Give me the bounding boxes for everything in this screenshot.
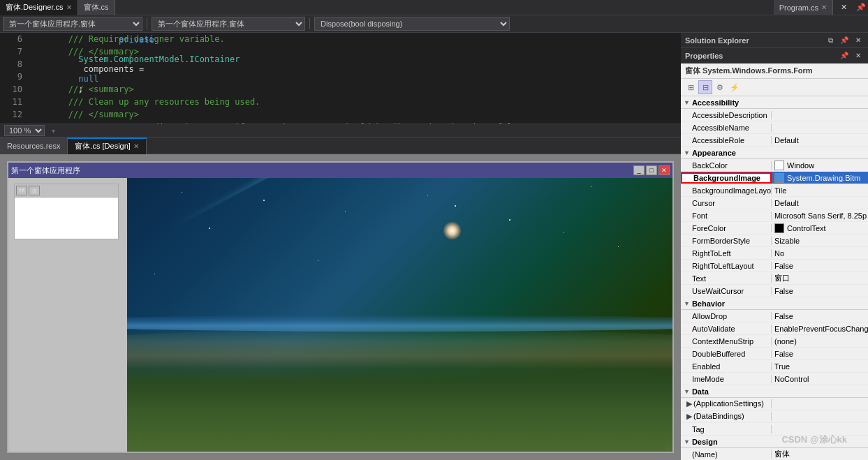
- section-appearance-header[interactable]: ▼ Appearance: [681, 147, 868, 159]
- prop-imemode[interactable]: ImeMode NoControl: [681, 373, 868, 385]
- section-accessibility-header[interactable]: ▼ Accessibility: [681, 96, 868, 109]
- class-dropdown[interactable]: 第一个窗体应用程序.窗体: [3, 17, 142, 31]
- section-appearance-label: Appearance: [692, 149, 736, 157]
- properties-panel-header: Properties 📌 ✕: [681, 48, 868, 64]
- panel-title: Solution Explorer: [685, 36, 749, 45]
- prop-databindings[interactable]: ▶(DataBindings): [681, 410, 868, 423]
- prop-usewaitcursor-name: UseWaitCursor: [681, 287, 772, 295]
- prop-righttoleftlayout-name: RightToLeftLayout: [681, 262, 772, 270]
- zoom-separator: ▾: [52, 127, 55, 135]
- panel-header-icons: ⧉ 📌 ✕: [825, 35, 864, 46]
- prop-formborderstyle[interactable]: FormBorderStyle Sizable: [681, 235, 868, 247]
- forecolor-swatch: [774, 223, 784, 233]
- tab-designer-view[interactable]: 窗体.cs [Design] ✕: [68, 138, 146, 154]
- prop-doublebuffered-value: False: [772, 350, 868, 358]
- form-maximize-btn[interactable]: □: [646, 165, 657, 175]
- prop-cursor[interactable]: Cursor Default: [681, 197, 868, 209]
- prop-forecolor[interactable]: ForeColor ControlText: [681, 222, 868, 235]
- accessibility-expand-icon: ▼: [684, 99, 690, 106]
- prop-contextmenustrip-name: ContextMenuStrip: [681, 337, 772, 346]
- tab-program-cs-label: Program.cs: [779, 3, 818, 12]
- designer-area[interactable]: 第一个窗体应用程序 _ □ ✕ 🗺 ⊞: [0, 154, 681, 460]
- behavior-expand-icon: ▼: [684, 300, 690, 307]
- method-dropdown[interactable]: Dispose(bool disposing): [314, 17, 510, 31]
- star: [154, 274, 155, 274]
- prop-backcolor[interactable]: BackColor Window: [681, 159, 868, 172]
- prop-allowdrop[interactable]: AllowDrop False: [681, 310, 868, 322]
- thumb-icon-1: 🗺: [16, 186, 27, 195]
- prop-usewaitcursor-value: False: [772, 287, 868, 295]
- panel-pin-btn[interactable]: 📌: [839, 35, 850, 46]
- props-close-btn[interactable]: ✕: [853, 50, 864, 61]
- section-behavior-header[interactable]: ▼ Behavior: [681, 297, 868, 310]
- tab-designer-view-close[interactable]: ✕: [133, 142, 139, 150]
- prop-accessible-name-name: AccessibleName: [681, 124, 772, 132]
- tab-program-cs[interactable]: Program.cs ✕: [774, 0, 833, 15]
- prop-name-name: (Name): [681, 450, 772, 459]
- tab-cs[interactable]: 窗体.cs: [78, 0, 115, 15]
- prop-usewaitcursor[interactable]: UseWaitCursor False: [681, 285, 868, 297]
- resize-handle[interactable]: ⊡: [664, 443, 671, 450]
- properties-panel[interactable]: 窗体 System.Windows.Forms.Form ⊞ ⊟ ⚙ ⚡ ▼ A…: [681, 64, 868, 460]
- prop-name[interactable]: (Name) 窗体: [681, 448, 868, 460]
- prop-font[interactable]: Font Microsoft Sans Serif, 8.25p: [681, 209, 868, 222]
- prop-accessible-role[interactable]: AccessibleRole Default: [681, 134, 868, 147]
- form-minimize-btn[interactable]: _: [633, 165, 645, 175]
- tab-program-cs-close[interactable]: ✕: [821, 3, 827, 11]
- prop-applicationsettings-name: ▶(ApplicationSettings): [681, 399, 772, 408]
- prop-text[interactable]: Text 窗口: [681, 272, 868, 285]
- prop-righttoleft-value: No: [772, 249, 868, 258]
- tab-resources-resx[interactable]: Resources.resx: [0, 138, 68, 154]
- code-line-11: 11 /// Clean up any resources being used…: [0, 96, 681, 108]
- form-window: 第一个窗体应用程序 _ □ ✕ 🗺 ⊞: [7, 161, 674, 453]
- prop-accessible-description[interactable]: AccessibleDescription: [681, 109, 868, 121]
- star: [591, 186, 591, 187]
- prop-contextmenustrip[interactable]: ContextMenuStrip (none): [681, 335, 868, 348]
- prop-doublebuffered[interactable]: DoubleBuffered False: [681, 348, 868, 360]
- props-events-btn[interactable]: ⚡: [728, 80, 742, 94]
- prop-accessible-role-name: AccessibleRole: [681, 136, 772, 144]
- form-titlebar: 第一个窗体应用程序 _ □ ✕: [8, 163, 672, 178]
- props-categorized-btn[interactable]: ⊞: [684, 80, 698, 94]
- form-close-btn[interactable]: ✕: [659, 165, 670, 175]
- tab-designer-cs-label: 窗体.Designer.cs: [6, 2, 64, 13]
- code-line-8: 8 private System.ComponentModel.IContain…: [0, 58, 681, 71]
- prop-righttoleftlayout[interactable]: RightToLeftLayout False: [681, 260, 868, 272]
- star: [345, 211, 346, 212]
- prop-background-image-layout[interactable]: BackgroundImageLayout Tile: [681, 184, 868, 197]
- star: [564, 232, 564, 233]
- tab-designer-cs-close[interactable]: ✕: [66, 3, 72, 11]
- props-properties-btn[interactable]: ⚙: [713, 80, 727, 94]
- expand-icon-app: ▶: [686, 399, 692, 408]
- expand-icon-db: ▶: [686, 412, 692, 420]
- prop-applicationsettings[interactable]: ▶(ApplicationSettings): [681, 398, 868, 410]
- prop-righttoleft[interactable]: RightToLeft No: [681, 247, 868, 260]
- prop-enabled[interactable]: Enabled True: [681, 360, 868, 373]
- star: [318, 260, 318, 261]
- section-data-header[interactable]: ▼ Data: [681, 385, 868, 398]
- zoom-dropdown[interactable]: 100 %: [4, 125, 45, 136]
- prop-backcolor-name: BackColor: [681, 161, 772, 170]
- panel-pin-btn[interactable]: 📌: [854, 3, 868, 12]
- prop-accessible-name[interactable]: AccessibleName: [681, 121, 868, 134]
- code-editor[interactable]: 6 /// Required designer variable. 7 /// …: [0, 33, 681, 124]
- prop-background-image-layout-name: BackgroundImageLayout: [681, 186, 772, 195]
- prop-autovalidate-name: AutoValidate: [681, 325, 772, 333]
- tab-designer-cs[interactable]: 窗体.Designer.cs ✕: [0, 0, 78, 15]
- props-pin-btn[interactable]: 📌: [839, 50, 850, 61]
- section-accessibility-label: Accessibility: [692, 98, 739, 107]
- props-alphabetical-btn[interactable]: ⊟: [698, 80, 712, 94]
- background-image-swatch: [774, 173, 784, 183]
- panel-close-btn[interactable]: ✕: [833, 3, 854, 12]
- star: [455, 205, 456, 207]
- star: [618, 246, 619, 247]
- prop-enabled-value: True: [772, 362, 868, 371]
- panel-close-x-btn[interactable]: ✕: [853, 35, 864, 46]
- form-title: 第一个窗体应用程序: [11, 165, 80, 176]
- prop-background-image[interactable]: BackgroundImage System.Drawing.Bitm: [681, 172, 868, 184]
- prop-autovalidate[interactable]: AutoValidate EnablePreventFocusChange: [681, 322, 868, 335]
- panel-new-window-btn[interactable]: ⧉: [825, 35, 836, 46]
- props-object-label: 窗体 System.Windows.Forms.Form: [685, 66, 813, 76]
- member-dropdown[interactable]: 第一个窗体应用程序.窗体: [152, 17, 305, 31]
- zoom-bar: 100 % ▾: [0, 124, 681, 138]
